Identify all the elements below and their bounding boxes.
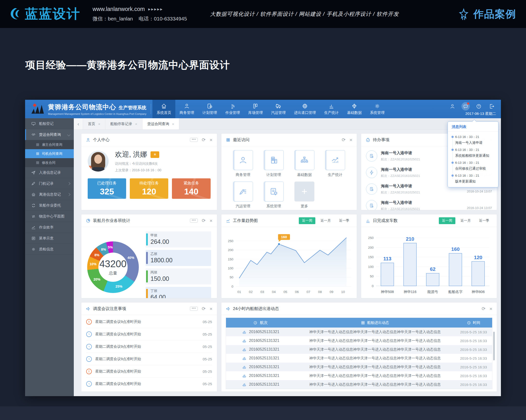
sidebar-item-efficiency[interactable]: 作业效率: [25, 222, 74, 233]
help-icon[interactable]: [475, 102, 483, 110]
todo-item[interactable]: 海南一号入港申请 船次：ZZASE20161025021 2016-10-24 …: [366, 197, 492, 210]
tab-freight-contract[interactable]: 货运合同查询×: [142, 118, 180, 129]
sidebar-item-menu-demo[interactable]: 菜单示意: [25, 233, 74, 244]
tab-month[interactable]: 近一月: [457, 217, 474, 224]
dashboard-content: 个人中心 ••• ⟳ × 欢迎, 洪娜 ☀ 访问情况：今日访问次数6次: [74, 130, 501, 396]
messages-icon[interactable]: [461, 102, 470, 110]
refresh-icon[interactable]: ⟳: [202, 218, 205, 223]
scrollbar[interactable]: [493, 332, 495, 360]
welcome-text: 欢迎, 洪娜: [115, 150, 147, 159]
close-icon[interactable]: ×: [135, 122, 137, 126]
app-subtitle-en: Management Management System of Logistic…: [48, 112, 146, 115]
table-row[interactable]: 20160525131321 神华天津一号进入动态信息神华天津一号进入动态信息神…: [226, 328, 492, 336]
sidebar-item-quality-info[interactable]: 质检信息: [25, 244, 74, 255]
sidebar-subitem-driver-contract[interactable]: 司机合同查询: [25, 149, 74, 158]
svg-text:113: 113: [383, 256, 391, 261]
close-icon[interactable]: ×: [209, 307, 212, 311]
table-row[interactable]: 20160525131321 神华天津一号进入动态信息神华天津一号进入动态信息神…: [226, 371, 492, 380]
tab-quarter[interactable]: 近一季: [476, 217, 492, 224]
tab-month[interactable]: 近一月: [317, 217, 334, 224]
refresh-icon[interactable]: ⟳: [482, 306, 486, 312]
nav-item-warehouse[interactable]: 库场管理: [244, 100, 267, 118]
refresh-icon[interactable]: ⟳: [342, 137, 345, 143]
tab-home[interactable]: 首页×: [83, 118, 105, 129]
sidebar-item-freight-contract[interactable]: 货运合同查询: [25, 129, 74, 140]
refresh-icon[interactable]: ⟳: [202, 306, 205, 312]
tile-business[interactable]: 商务管理: [228, 150, 258, 177]
sidebar-item-gantry-record[interactable]: 门机记录: [25, 178, 74, 189]
message-item[interactable]: 6-13 16：33：21 海南一号入港申请: [455, 135, 495, 145]
tab-week[interactable]: 近一周: [299, 217, 315, 224]
meeting-item[interactable]: 星期二调度会议9点准时开始 05-25: [86, 341, 212, 353]
range-tabs: 近一周 近一月 近一季: [439, 217, 492, 224]
message-item[interactable]: 6-13 16：33：21 合同修改已通过审核: [455, 161, 495, 171]
meeting-item[interactable]: ! 星期二调度会议9点准时开始 05-25: [86, 365, 212, 378]
table-row[interactable]: 20160525131321 神华天津一号进入动态信息神华天津一号进入动态信息神…: [226, 345, 492, 354]
tab-berth-record[interactable]: 船舶停靠记录×: [105, 118, 142, 129]
nav-item-business[interactable]: 商务管理: [175, 100, 198, 118]
sidebar-item-ship-register[interactable]: 船舶登记: [25, 118, 74, 129]
tile-truck-mgmt[interactable]: 汽运管理: [228, 182, 258, 209]
nav-item-plan[interactable]: 计划管理: [198, 100, 221, 118]
close-icon[interactable]: ×: [349, 138, 352, 142]
profile-icon[interactable]: [448, 102, 457, 110]
nav-item-gate[interactable]: 进出道口管理: [290, 100, 320, 118]
tab-week[interactable]: 近一周: [439, 217, 455, 224]
app-nav: 系统首页 商务管理 计划管理 作业管理 库场管理 汽运管理: [152, 100, 389, 118]
message-item[interactable]: 6-13 16：33：21 系统船舶模块更新通知: [455, 148, 495, 158]
meeting-item[interactable]: ! 星期二调度会议9点准时开始 05-25: [86, 316, 212, 328]
nav-item-operation[interactable]: 作业管理: [221, 100, 244, 118]
close-icon[interactable]: ×: [209, 138, 212, 142]
tile-stats[interactable]: 生产统计: [320, 150, 350, 177]
sidebar-item-inbound-record[interactable]: 入港信息记录: [25, 167, 74, 178]
nav-item-home[interactable]: 系统首页: [152, 100, 175, 118]
nav-item-stats[interactable]: 生产统计: [320, 100, 343, 118]
logout-icon[interactable]: [488, 102, 496, 110]
nav-item-truck[interactable]: 汽运管理: [267, 100, 290, 118]
close-icon[interactable]: ×: [489, 307, 492, 311]
table-row[interactable]: 20160525131321 神华天津一号进入动态信息神华天津一号进入动态信息神…: [226, 380, 492, 389]
website-url[interactable]: www.lanlanwork.com: [92, 6, 145, 12]
sidebar-item-center-plan[interactable]: 物流中心平面图: [25, 211, 74, 222]
tab-quarter[interactable]: 近一季: [336, 217, 352, 224]
close-icon[interactable]: ×: [209, 218, 212, 223]
tile-data[interactable]: 基础数据: [289, 150, 320, 177]
paper-plane-icon: [31, 170, 36, 175]
stat-processed[interactable]: 已处理任务 325: [88, 178, 126, 199]
more-options-icon[interactable]: •••: [190, 138, 198, 142]
more-options-icon[interactable]: •••: [190, 307, 198, 311]
table-row[interactable]: 20160525131321 神华天津一号进入动态信息神华天津一号进入动态信息神…: [226, 336, 492, 345]
more-options-icon[interactable]: •••: [190, 218, 198, 223]
sidebar-item-departure-register[interactable]: 离港信息登记: [25, 189, 74, 200]
refresh-icon[interactable]: ⟳: [202, 137, 205, 143]
meeting-item[interactable]: 星期二调度会议9点准时开始 05-25: [86, 378, 212, 390]
trend-chart[interactable]: 05010015020025001020304050607080910160: [225, 229, 354, 297]
table-row[interactable]: 20160525131321 神华天津一号进入动态信息神华天津一号进入动态信息神…: [226, 362, 492, 371]
nav-item-settings[interactable]: 系统管理: [366, 100, 389, 118]
close-icon[interactable]: ×: [172, 122, 174, 126]
table-row[interactable]: 20160525131321 神华天津一号进入动态信息神华天津一号进入动态信息神…: [226, 354, 492, 362]
card-title: 工作量趋势图: [233, 218, 258, 223]
sidebar-subitem-modify-contract[interactable]: 修改合同: [25, 158, 74, 167]
swap-arrows-icon: [31, 214, 36, 219]
close-icon[interactable]: ×: [98, 122, 100, 126]
card-title: 调度会议注意事项: [93, 306, 126, 312]
donut-legend: 甲班 264.00 乙班 1800.00 丙班 150.00: [146, 231, 211, 298]
message-item[interactable]: 6-13 16：33：21 版本更新通知: [455, 174, 495, 184]
svg-text:0: 0: [372, 284, 374, 288]
wechat-id: 微信：ben_lanlan: [92, 16, 133, 21]
sidebar-subitem-employer-contract[interactable]: 雇主合同查询: [25, 140, 74, 149]
nav-item-data[interactable]: 基础数据: [343, 100, 366, 118]
sidebar-item-loading-commission[interactable]: 装船作业委托: [25, 200, 74, 211]
stat-pending[interactable]: 待处理任务 120: [130, 178, 168, 199]
stat-urgent[interactable]: 紧急任务 140: [172, 178, 210, 199]
svg-text:08: 08: [318, 290, 322, 294]
meeting-item[interactable]: 星期二调度会议9点准时开始 05-25: [86, 353, 212, 365]
meeting-item[interactable]: 星期二调度会议9点准时开始 05-25: [86, 328, 212, 341]
tile-plan[interactable]: 计划管理: [258, 150, 289, 177]
bars-chart[interactable]: 050100150200250113神华508210神华11662能源号160船…: [364, 229, 493, 297]
tile-system-mgmt[interactable]: 系统管理: [258, 182, 289, 209]
tile-more[interactable]: 更多: [289, 182, 320, 209]
portfolio-block[interactable]: 作品案例: [457, 7, 516, 21]
tab-scroll-left[interactable]: ‹: [74, 118, 83, 129]
